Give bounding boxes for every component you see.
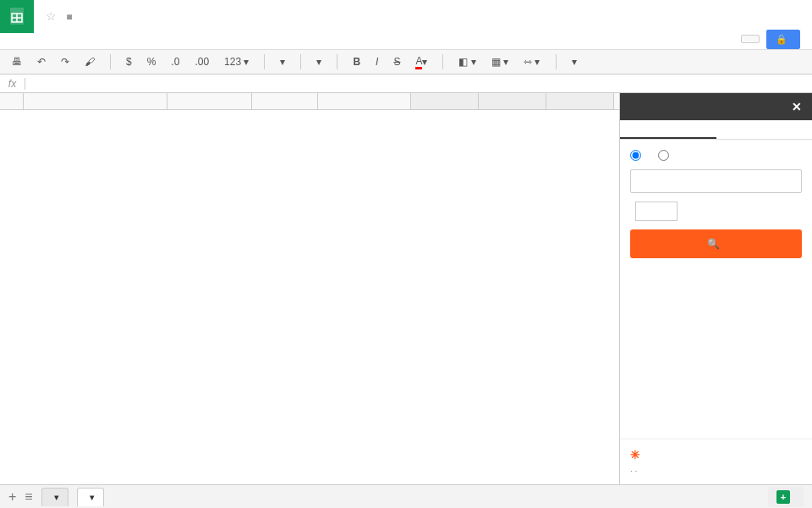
folder-icon[interactable]: ■: [66, 11, 72, 23]
formula-input[interactable]: [25, 77, 812, 90]
explorer-button[interactable]: +: [768, 487, 804, 507]
dec-increase-icon[interactable]: .00: [191, 54, 212, 69]
hunter-sidebar: ✕ 🔍: [619, 93, 812, 484]
format-more-icon[interactable]: 123 ▾: [221, 54, 252, 69]
tab-email-finder[interactable]: [716, 120, 813, 139]
search-icon: 🔍: [707, 238, 720, 250]
mode-bulk[interactable]: [658, 150, 672, 161]
hunter-logo: ✳: [630, 448, 802, 461]
fx-icon: fx: [0, 78, 25, 90]
chevron-down-icon: ▾: [54, 492, 59, 503]
currency-icon[interactable]: $: [123, 54, 135, 69]
col-header-a[interactable]: [24, 93, 167, 109]
lock-icon: 🔒: [776, 34, 787, 45]
find-email-button[interactable]: 🔍: [630, 229, 802, 258]
comments-button[interactable]: [741, 35, 760, 43]
merge-icon[interactable]: ⇿ ▾: [520, 54, 543, 69]
spreadsheet[interactable]: [0, 93, 619, 484]
strike-icon[interactable]: S: [390, 54, 403, 69]
borders-icon[interactable]: ▦ ▾: [488, 54, 512, 69]
sheet-tab-techceos[interactable]: ▾: [41, 488, 69, 506]
col-header-d[interactable]: [318, 93, 411, 109]
more-menu[interactable]: ▾: [568, 54, 580, 69]
close-icon[interactable]: ✕: [792, 100, 802, 113]
undo-icon[interactable]: ↶: [34, 54, 49, 69]
add-sheet-button[interactable]: +: [8, 489, 16, 505]
explorer-icon: +: [776, 490, 790, 504]
text-color-icon[interactable]: A ▾: [412, 53, 431, 71]
col-header-b[interactable]: [167, 93, 252, 109]
print-icon[interactable]: 🖶: [8, 54, 25, 69]
col-header-e[interactable]: [411, 93, 479, 109]
sheet-tab-stripe[interactable]: ▾: [77, 488, 104, 506]
toolbar: 🖶 ↶ ↷ 🖌 $ % .0 .00 123 ▾ ▾ ▾ B I S A ▾ ◧…: [0, 49, 812, 75]
tab-domain-search[interactable]: [620, 120, 716, 139]
mode-simple[interactable]: [630, 150, 645, 161]
bold-icon[interactable]: B: [349, 54, 364, 69]
fill-color-icon[interactable]: ◧ ▾: [455, 54, 479, 69]
italic-icon[interactable]: I: [372, 54, 381, 69]
dec-decrease-icon[interactable]: .0: [167, 54, 183, 69]
col-header-c[interactable]: [252, 93, 318, 109]
col-header-g[interactable]: [546, 93, 614, 109]
font-size[interactable]: ▾: [313, 54, 325, 69]
col-header-f[interactable]: [479, 93, 546, 109]
percent-icon[interactable]: %: [144, 54, 160, 69]
share-button[interactable]: 🔒: [766, 30, 800, 49]
redo-icon[interactable]: ↷: [58, 54, 73, 69]
target-icon: ✳: [630, 448, 640, 461]
star-icon[interactable]: ☆: [46, 9, 57, 23]
domain-input[interactable]: [630, 169, 802, 193]
all-sheets-icon[interactable]: ≡: [25, 489, 32, 505]
font-select[interactable]: ▾: [277, 54, 288, 69]
paint-format-icon[interactable]: 🖌: [81, 54, 98, 69]
limit-input[interactable]: [635, 202, 678, 221]
chevron-down-icon: ▾: [90, 492, 95, 503]
